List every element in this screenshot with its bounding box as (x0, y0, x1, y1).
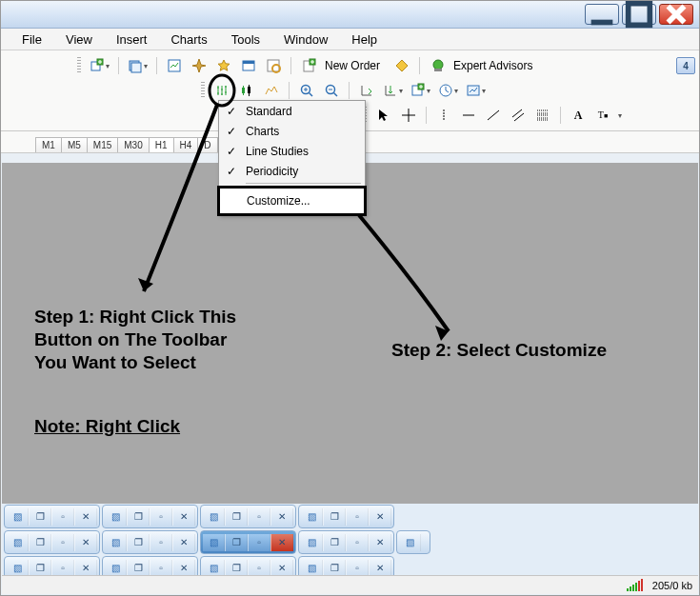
vertical-line-button[interactable] (432, 105, 455, 126)
alerts-badge[interactable]: 4 (676, 57, 695, 74)
new-chart-button[interactable]: ▾ (87, 55, 112, 76)
close-icon[interactable]: ✕ (74, 508, 97, 526)
menu-file[interactable]: File (14, 30, 50, 49)
maximize-icon[interactable]: ▫ (150, 534, 172, 551)
restore-icon[interactable]: ❐ (29, 560, 51, 577)
period-tab-h1[interactable]: H1 (149, 137, 174, 152)
horizontal-line-button[interactable] (457, 105, 480, 126)
close-icon[interactable]: ✕ (270, 508, 293, 526)
toolbar-grip-icon[interactable] (77, 57, 81, 74)
chart-tab[interactable]: ▧❐▫✕ (200, 556, 296, 576)
channel-button[interactable] (507, 105, 530, 126)
close-icon[interactable]: ✕ (369, 508, 391, 526)
chart-tab-active[interactable]: ▧❐▫✕ (200, 530, 296, 554)
restore-icon[interactable]: ❐ (323, 560, 346, 577)
restore-icon[interactable]: ❐ (225, 534, 248, 551)
window-maximize-button[interactable] (622, 4, 656, 25)
period-tab-h4[interactable]: H4 (173, 137, 199, 152)
text-label-button[interactable]: T■ (591, 105, 614, 126)
restore-icon[interactable]: ❐ (225, 560, 248, 577)
profiles-button[interactable]: ▾ (125, 55, 150, 76)
restore-icon[interactable]: ❐ (29, 534, 51, 551)
restore-icon[interactable]: ❐ (323, 534, 346, 551)
maximize-icon[interactable]: ▫ (248, 534, 270, 551)
window-minimize-button[interactable] (585, 4, 619, 25)
maximize-icon[interactable]: ▫ (248, 560, 270, 577)
menu-view[interactable]: View (58, 30, 100, 49)
chart-tab[interactable]: ▧❐▫✕ (4, 505, 100, 528)
maximize-icon[interactable]: ▫ (150, 508, 172, 526)
maximize-icon[interactable]: ▫ (51, 534, 74, 551)
autoscroll-button[interactable] (355, 80, 378, 101)
period-tab-d[interactable]: D (197, 137, 217, 152)
chart-shift-button[interactable]: ▾ (380, 80, 406, 101)
maximize-icon[interactable]: ▫ (248, 508, 270, 526)
expert-advisors-button[interactable]: Expert Advisors (426, 55, 541, 76)
period-tab-m1[interactable]: M1 (35, 137, 62, 152)
restore-icon[interactable]: ❐ (29, 508, 51, 526)
context-item-standard[interactable]: ✓Standard (219, 101, 365, 121)
toolbar-grip-icon[interactable] (201, 82, 205, 99)
chart-tab[interactable]: ▧❐▫✕ (102, 530, 198, 554)
menu-charts[interactable]: Charts (163, 30, 214, 49)
maximize-icon[interactable]: ▫ (346, 560, 369, 577)
new-order-button[interactable]: New Order (297, 55, 389, 76)
restore-icon[interactable]: ❐ (127, 508, 150, 526)
close-icon[interactable]: ✕ (172, 508, 195, 526)
metaeditor-button[interactable] (390, 55, 413, 76)
window-close-button[interactable] (659, 4, 693, 25)
crosshair-button[interactable] (397, 105, 420, 126)
restore-icon[interactable]: ❐ (323, 508, 346, 526)
fibonacci-button[interactable] (531, 105, 554, 126)
strategy-tester-button[interactable] (262, 55, 285, 76)
chart-tab[interactable]: ▧❐▫✕ (298, 505, 394, 528)
restore-icon[interactable]: ❐ (127, 534, 150, 551)
chart-tab[interactable]: ▧❐▫✕ (102, 505, 198, 528)
chart-tab[interactable]: ▧❐▫✕ (102, 556, 198, 576)
close-icon[interactable]: ✕ (369, 534, 391, 551)
chart-tab[interactable]: ▧❐▫✕ (4, 530, 100, 554)
restore-icon[interactable]: ❐ (127, 560, 150, 577)
context-item-periodicity[interactable]: ✓Periodicity (219, 161, 365, 181)
indicators-button[interactable]: ▾ (408, 80, 433, 101)
trendline-button[interactable] (482, 105, 505, 126)
zoom-in-button[interactable] (295, 80, 318, 101)
restore-icon[interactable]: ❐ (225, 508, 248, 526)
line-chart-button[interactable] (260, 80, 283, 101)
context-item-line-studies[interactable]: ✓Line Studies (219, 141, 365, 161)
close-icon[interactable]: ✕ (369, 560, 391, 577)
text-button[interactable]: A (567, 105, 590, 126)
maximize-icon[interactable]: ▫ (51, 508, 74, 526)
close-icon[interactable]: ✕ (172, 534, 195, 551)
menu-insert[interactable]: Insert (109, 30, 155, 49)
navigator-button[interactable] (188, 55, 210, 76)
terminal-button[interactable] (237, 55, 260, 76)
maximize-icon[interactable]: ▫ (346, 508, 369, 526)
chart-tab[interactable]: ▧❐▫✕ (298, 556, 394, 576)
templates-button[interactable]: ▾ (463, 80, 489, 101)
chart-tab[interactable]: ▧❐▫✕ (298, 530, 394, 554)
chart-tab[interactable]: ▧❐▫✕ (200, 505, 296, 528)
period-tab-m30[interactable]: M30 (117, 137, 149, 152)
period-tab-m15[interactable]: M15 (87, 137, 118, 152)
period-tab-m5[interactable]: M5 (61, 137, 88, 152)
context-item-charts[interactable]: ✓Charts (219, 121, 365, 141)
menu-help[interactable]: Help (344, 30, 385, 49)
data-window-button[interactable] (212, 55, 235, 76)
market-watch-button[interactable] (163, 55, 186, 76)
close-icon[interactable]: ✕ (74, 534, 97, 551)
candle-chart-button[interactable] (235, 80, 258, 101)
periods-button[interactable]: ▾ (435, 80, 461, 101)
chart-tab[interactable]: ▧ (396, 530, 430, 554)
maximize-icon[interactable]: ▫ (346, 534, 369, 551)
close-icon[interactable]: ✕ (270, 534, 293, 551)
zoom-out-button[interactable] (320, 80, 343, 101)
maximize-icon[interactable]: ▫ (150, 560, 172, 577)
bar-chart-button[interactable] (210, 80, 233, 101)
close-icon[interactable]: ✕ (172, 560, 195, 577)
context-item-customize[interactable]: Customize... (217, 186, 367, 216)
chart-tab[interactable]: ▧❐▫✕ (4, 556, 100, 576)
maximize-icon[interactable]: ▫ (51, 560, 74, 577)
close-icon[interactable]: ✕ (74, 560, 97, 577)
menu-tools[interactable]: Tools (224, 30, 268, 49)
